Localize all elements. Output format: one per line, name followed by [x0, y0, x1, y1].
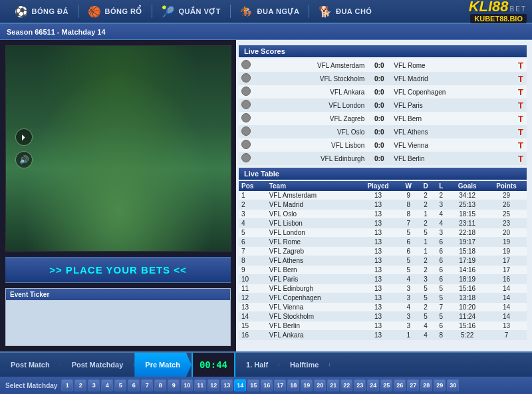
matchday-day-btn[interactable]: 21: [327, 379, 339, 391]
table-row[interactable]: 12 VFL Copenhagen 13 3 5 5 13:18 14: [239, 294, 527, 303]
row-l: 7: [434, 303, 448, 312]
matchday-day-btn[interactable]: 3: [88, 379, 100, 391]
nav-item-bong-da[interactable]: ⚽ BÓNG ĐÁ: [5, 3, 78, 21]
matchday-day-btn[interactable]: 20: [314, 379, 326, 391]
volume-button[interactable]: 🔊: [15, 151, 33, 168]
matchday-day-btn[interactable]: 10: [181, 379, 193, 391]
season-text: Season 66511 - Matchday 14: [7, 28, 106, 36]
table-row[interactable]: 4 VFL Lisbon 13 7 2 4 23:11 23: [239, 219, 527, 228]
row-d: 1: [418, 210, 434, 219]
score-row[interactable]: VFL Stockholm 0:0 VFL Madrid T: [239, 72, 527, 85]
row-team: VFL Stockholm: [267, 312, 357, 321]
col-pos: Pos: [239, 181, 267, 191]
event-ticker-label: Event Ticker: [6, 289, 230, 300]
score-row[interactable]: VFL Ankara 0:0 VFL Copenhagen T: [239, 85, 527, 98]
table-row[interactable]: 11 VFL Edinburgh 13 3 5 5 15:16 14: [239, 284, 527, 294]
matchday-day-btn[interactable]: 8: [154, 379, 166, 391]
tab-pre-match[interactable]: Pre Match: [134, 353, 192, 377]
away-team: VFL Rome: [391, 59, 515, 72]
matchday-day-btn[interactable]: 11: [194, 379, 206, 391]
matchday-day-btn[interactable]: 7: [141, 379, 153, 391]
home-team: VFL Amsterdam: [253, 59, 367, 72]
row-goals: 19:17: [448, 238, 486, 247]
nav-item-dua-ngua[interactable]: 🏇 ĐUA NGỰA: [231, 3, 309, 21]
bet-icon[interactable]: T: [515, 112, 527, 125]
matchday-day-btn[interactable]: 2: [74, 379, 86, 391]
bet-icon[interactable]: T: [515, 72, 527, 85]
matchday-day-btn[interactable]: 26: [394, 379, 406, 391]
away-team: VFL Bern: [391, 112, 515, 125]
table-row[interactable]: 9 VFL Bern 13 5 2 6 14:16 17: [239, 266, 527, 275]
table-row[interactable]: 10 VFL Paris 13 4 3 6 18:19 16: [239, 275, 527, 284]
matchday-day-btn[interactable]: 30: [447, 379, 459, 391]
matchday-day-btn[interactable]: 14: [234, 379, 246, 391]
dog-icon: 🐕: [319, 5, 332, 18]
matchday-day-btn[interactable]: 9: [168, 379, 180, 391]
matchday-day-btn[interactable]: 24: [367, 379, 379, 391]
place-bets-banner[interactable]: >> PLACE YOUR BETS <<: [5, 257, 231, 283]
row-played: 13: [357, 294, 400, 303]
matchday-day-btn[interactable]: 6: [128, 379, 140, 391]
matchday-day-btn[interactable]: 28: [420, 379, 432, 391]
matchday-day-btn[interactable]: 23: [354, 379, 366, 391]
row-w: 3: [399, 321, 418, 331]
matchday-day-btn[interactable]: 17: [274, 379, 286, 391]
bet-icon[interactable]: T: [515, 152, 527, 165]
table-row[interactable]: 6 VFL Rome 13 6 1 6 19:17 19: [239, 238, 527, 247]
table-row[interactable]: 8 VFL Athens 13 5 2 6 17:19 17: [239, 256, 527, 266]
tab-1-half[interactable]: 1. Half: [235, 353, 279, 377]
top-navigation: ⚽ BÓNG ĐÁ 🏀 BÓNG RỔ 🎾 QUẦN VỢT 🏇 ĐUA NGỰ…: [0, 0, 532, 24]
video-area[interactable]: ⏵ 🔊: [5, 45, 231, 252]
score-row[interactable]: VFL Zagreb 0:0 VFL Bern T: [239, 112, 527, 125]
matchday-day-btn[interactable]: 16: [261, 379, 273, 391]
bet-icon[interactable]: T: [515, 138, 527, 152]
table-row[interactable]: 14 VFL Stockholm 13 3 5 5 11:24 14: [239, 312, 527, 321]
tab-post-matchday[interactable]: Post Matchday: [61, 353, 135, 377]
bet-icon[interactable]: T: [515, 59, 527, 72]
nav-item-dua-cho[interactable]: 🐕 ĐUA CHÓ: [309, 3, 381, 21]
score-row[interactable]: VFL Edinburgh 0:0 VFL Berlin T: [239, 152, 527, 165]
row-pos: 8: [239, 256, 267, 266]
bet-icon[interactable]: T: [515, 125, 527, 138]
matchday-day-btn[interactable]: 5: [114, 379, 126, 391]
matchday-day-btn[interactable]: 12: [207, 379, 219, 391]
matchday-day-btn[interactable]: 18: [287, 379, 299, 391]
nav-item-quan-vot[interactable]: 🎾 QUẦN VỢT: [152, 3, 230, 21]
table-row[interactable]: 16 VFL Ankara 13 1 4 8 5:22 7: [239, 331, 527, 340]
bet-icon[interactable]: T: [515, 98, 527, 112]
row-w: 5: [399, 266, 418, 275]
home-team: VFL Stockholm: [253, 72, 367, 85]
table-row[interactable]: 3 VFL Oslo 13 8 1 4 18:15 25: [239, 210, 527, 219]
play-button[interactable]: ⏵: [15, 128, 33, 146]
tab-post-match[interactable]: Post Match: [0, 353, 61, 377]
score-row[interactable]: VFL London 0:0 VFL Paris T: [239, 98, 527, 112]
score-row[interactable]: VFL Oslo 0:0 VFL Athens T: [239, 125, 527, 138]
score-row[interactable]: VFL Lisbon 0:0 VFL Vienna T: [239, 138, 527, 152]
table-row[interactable]: 1 VFL Amsterdam 13 9 2 2 34:12 29: [239, 191, 527, 200]
score-row[interactable]: VFL Amsterdam 0:0 VFL Rome T: [239, 59, 527, 72]
matchday-day-btn[interactable]: 19: [301, 379, 313, 391]
nav-item-bong-ro[interactable]: 🏀 BÓNG RỔ: [78, 3, 152, 21]
row-d: 1: [418, 247, 434, 256]
row-l: 4: [434, 219, 448, 228]
row-team: VFL Vienna: [267, 303, 357, 312]
table-row[interactable]: 2 VFL Madrid 13 8 2 3 25:13 26: [239, 200, 527, 210]
matchday-day-btn[interactable]: 22: [340, 379, 352, 391]
tab-halftime[interactable]: Halftime: [279, 353, 330, 377]
row-played: 13: [357, 303, 400, 312]
matchday-day-btn[interactable]: 4: [101, 379, 113, 391]
row-d: 5: [418, 228, 434, 238]
table-row[interactable]: 5 VFL London 13 5 5 3 22:18 20: [239, 228, 527, 238]
event-ticker-panel: Event Ticker: [5, 288, 231, 346]
matchday-day-btn[interactable]: 25: [380, 379, 392, 391]
table-row[interactable]: 15 VFL Berlin 13 3 4 6 15:16 13: [239, 321, 527, 331]
matchday-day-btn[interactable]: 1: [61, 379, 73, 391]
matchday-day-btn[interactable]: 13: [221, 379, 233, 391]
row-points: 14: [486, 294, 527, 303]
table-row[interactable]: 13 VFL Vienna 13 4 2 7 10:20 14: [239, 303, 527, 312]
matchday-day-btn[interactable]: 15: [247, 379, 259, 391]
matchday-day-btn[interactable]: 29: [434, 379, 446, 391]
bet-icon[interactable]: T: [515, 85, 527, 98]
matchday-day-btn[interactable]: 27: [407, 379, 419, 391]
table-row[interactable]: 7 VFL Zagreb 13 6 1 6 15:18 19: [239, 247, 527, 256]
